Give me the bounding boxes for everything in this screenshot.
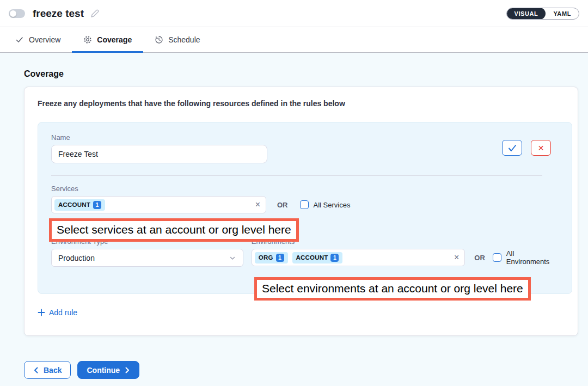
add-rule-label: Add rule [49, 308, 77, 317]
edit-name-icon[interactable] [90, 9, 100, 19]
tab-coverage-label: Coverage [97, 35, 132, 44]
all-environments-checkbox[interactable] [493, 253, 501, 262]
coverage-heading: Coverage [24, 69, 578, 79]
environment-type-select[interactable]: Production [51, 249, 243, 267]
back-label: Back [44, 366, 62, 375]
active-tab-underline [72, 51, 143, 53]
environments-tag-org[interactable]: ORG 1 [255, 252, 288, 264]
services-annotation: Select services at an account or org lev… [49, 218, 299, 242]
gear-icon [83, 35, 92, 44]
environment-type-value: Production [58, 254, 95, 262]
rule-divider [51, 175, 542, 176]
add-rule-button[interactable]: Add rule [38, 308, 77, 317]
plus-icon [38, 309, 45, 316]
coverage-description: Freeze any deployments that have the fol… [38, 99, 571, 108]
services-section: Services ACCOUNT 1 × OR All Services [51, 185, 559, 213]
header-bar: freeze test VISUAL YAML [0, 0, 588, 27]
all-services-checkbox[interactable] [300, 200, 309, 209]
tag-count-badge: 1 [93, 201, 101, 209]
schedule-icon [155, 35, 163, 44]
services-or-label: OR [277, 201, 288, 209]
environments-or-label: OR [474, 254, 485, 262]
page-title: freeze test [33, 8, 84, 20]
coverage-page: Coverage Freeze any deployments that hav… [0, 53, 588, 379]
environments-clear-icon[interactable]: × [454, 253, 459, 262]
chevron-left-icon [33, 367, 39, 373]
freeze-rule-card: Name ✕ Services [38, 122, 572, 294]
freeze-window: freeze test VISUAL YAML Overview Coverag… [0, 0, 588, 386]
tab-overview[interactable]: Overview [14, 27, 72, 52]
footer-buttons: Back Continue [24, 361, 578, 379]
check-icon [508, 144, 517, 152]
continue-label: Continue [87, 366, 120, 375]
services-multiselect[interactable]: ACCOUNT 1 × [51, 196, 266, 213]
discard-rule-button[interactable]: ✕ [531, 140, 551, 156]
environments-tag-account[interactable]: ACCOUNT 1 [292, 252, 343, 264]
environments-multiselect[interactable]: ORG 1 ACCOUNT 1 × [252, 249, 465, 266]
visual-mode-button[interactable]: VISUAL [507, 8, 546, 20]
tag-count-badge: 1 [330, 254, 339, 262]
services-tag-account[interactable]: ACCOUNT 1 [54, 199, 105, 211]
close-icon: ✕ [538, 144, 544, 152]
visual-yaml-toggle: VISUAL YAML [506, 8, 580, 20]
check-icon [15, 35, 24, 44]
tab-coverage[interactable]: Coverage [72, 27, 143, 52]
environments-annotation: Select environments at an account or org… [254, 277, 531, 301]
back-button[interactable]: Back [24, 361, 71, 379]
yaml-mode-button[interactable]: YAML [546, 8, 579, 20]
tab-overview-label: Overview [29, 35, 60, 44]
coverage-card: Freeze any deployments that have the fol… [24, 87, 578, 336]
services-label: Services [51, 185, 559, 193]
all-services-label: All Services [314, 201, 351, 209]
tab-bar: Overview Coverage Schedule [0, 27, 588, 53]
rule-confirm-buttons: ✕ [502, 140, 551, 156]
apply-rule-button[interactable] [502, 140, 522, 156]
continue-button[interactable]: Continue [77, 361, 139, 379]
rule-name-input[interactable] [51, 145, 267, 163]
toggle-knob [10, 10, 16, 17]
freeze-enable-toggle[interactable] [9, 9, 25, 18]
rule-name-row: Name ✕ [51, 133, 559, 163]
tag-count-badge: 1 [276, 254, 284, 262]
chevron-right-icon [124, 367, 130, 373]
chevron-down-icon [229, 254, 236, 262]
all-environments-label: All Environments [506, 249, 559, 266]
tab-schedule-label: Schedule [168, 35, 200, 44]
tab-schedule[interactable]: Schedule [143, 27, 211, 52]
name-label: Name [51, 133, 267, 142]
services-clear-icon[interactable]: × [255, 200, 260, 209]
